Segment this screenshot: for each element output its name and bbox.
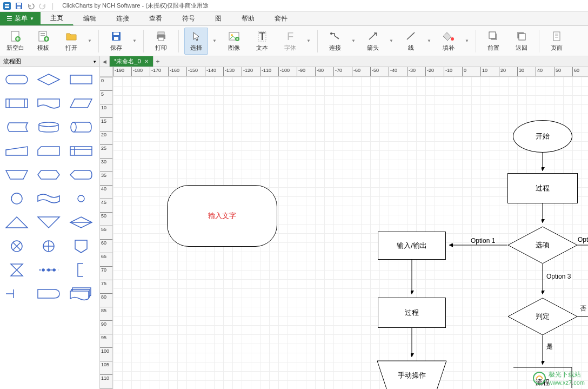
save-quick-button[interactable] xyxy=(14,1,24,11)
shape-display[interactable] xyxy=(68,166,95,184)
svg-point-64 xyxy=(533,372,545,384)
image-button[interactable]: 图像 xyxy=(222,28,246,55)
line-button[interactable]: 线 xyxy=(399,28,423,55)
print-button[interactable]: 打印 xyxy=(149,28,173,55)
tab-diagram[interactable]: 图 xyxy=(205,12,232,25)
shape-preparation[interactable] xyxy=(35,166,62,184)
shape-card[interactable] xyxy=(35,142,62,160)
shape-database[interactable] xyxy=(35,118,62,136)
template-icon xyxy=(37,30,50,43)
node-manual[interactable]: 手动操作 xyxy=(377,360,447,389)
separator xyxy=(539,30,539,52)
connect-button[interactable]: 连接 xyxy=(323,28,347,55)
fill-dropdown[interactable]: ▼ xyxy=(465,38,470,43)
node-option[interactable]: 选项 xyxy=(507,226,578,264)
tab-suite[interactable]: 套件 xyxy=(265,12,298,25)
node-decision[interactable]: 判定 xyxy=(507,298,578,335)
front-button[interactable]: 前置 xyxy=(482,28,505,55)
shape-manualinput[interactable] xyxy=(3,142,30,160)
connect-dropdown[interactable]: ▼ xyxy=(351,38,357,43)
shape-bracket[interactable] xyxy=(68,261,95,279)
shape-internalstorage[interactable] xyxy=(68,142,95,160)
canvas-viewport[interactable]: 输入文字 开始 过程 选项 Option 1 Opt xyxy=(113,77,588,389)
node-io-text: 输入/输出 xyxy=(397,241,427,250)
font-dropdown[interactable]: ▼ xyxy=(306,38,312,43)
shape-connector[interactable] xyxy=(3,189,30,208)
fill-label: 填补 xyxy=(443,44,455,52)
node-start[interactable]: 开始 xyxy=(513,120,572,153)
shape-decision[interactable] xyxy=(35,70,62,89)
tab-view[interactable]: 查看 xyxy=(139,12,172,25)
document-tab[interactable]: *未命名_0 ✕ xyxy=(110,56,153,67)
save-dropdown[interactable]: ▼ xyxy=(132,38,138,43)
template-button[interactable]: 模板 xyxy=(31,28,55,55)
page-button[interactable]: 页面 xyxy=(545,28,569,55)
select-dropdown[interactable]: ▼ xyxy=(212,38,218,43)
shape-storedata[interactable] xyxy=(3,118,30,136)
new-blank-button[interactable]: 新空白 xyxy=(3,28,27,55)
shape-sort[interactable] xyxy=(68,213,95,232)
line-dropdown[interactable]: ▼ xyxy=(427,38,432,43)
shape-process[interactable] xyxy=(68,70,95,89)
shape-sidebar: 流程图 ▾ xyxy=(0,56,100,389)
shape-or[interactable] xyxy=(3,237,30,255)
page-icon xyxy=(550,30,563,43)
tab-home[interactable]: 主页 xyxy=(41,12,74,25)
ribbon: 新空白 模板 打开 ▼ 保存 ▼ 打印 选择 ▼ 图像 T 文本 F 字体 ▼ … xyxy=(0,26,588,56)
titlebar: | ClickCharts by NCH Software - (未授权)仅限非… xyxy=(0,0,588,12)
shape-document[interactable] xyxy=(35,94,62,113)
save-button[interactable]: 保存 xyxy=(104,28,128,55)
main-menu-button[interactable]: ☰ 菜单 ▼ xyxy=(0,12,41,25)
print-label: 打印 xyxy=(155,44,167,52)
shape-collate[interactable] xyxy=(3,261,30,279)
back-button[interactable]: 返回 xyxy=(510,28,533,55)
shape-multidoc[interactable] xyxy=(68,285,95,303)
shape-sum[interactable] xyxy=(35,237,62,255)
sidebar-header[interactable]: 流程图 ▾ xyxy=(0,56,99,67)
close-icon[interactable]: ✕ xyxy=(144,58,149,64)
shape-tape[interactable] xyxy=(35,189,62,208)
shape-delay[interactable] xyxy=(35,285,62,303)
new-blank-label: 新空白 xyxy=(6,44,24,52)
ruler-vertical: 0510152025303540455055606570758085909510… xyxy=(100,77,113,389)
tab-add-button[interactable]: + xyxy=(153,56,163,67)
tab-connect[interactable]: 连接 xyxy=(106,12,139,25)
shape-subprocess[interactable] xyxy=(3,94,30,113)
shape-data[interactable] xyxy=(68,94,95,113)
text-button[interactable]: T 文本 xyxy=(250,28,274,55)
edge-process-option xyxy=(542,203,547,226)
edge-option-right xyxy=(577,243,588,249)
shape-terminator[interactable] xyxy=(3,70,30,89)
open-button[interactable]: 打开 xyxy=(59,28,83,55)
shape-extract[interactable] xyxy=(3,213,30,232)
shape-offpage[interactable] xyxy=(68,237,95,255)
shape-annotation[interactable] xyxy=(3,285,30,303)
text-label: 文本 xyxy=(256,44,268,52)
shape-merge[interactable] xyxy=(35,213,62,232)
tab-prev-button[interactable]: ◀ xyxy=(100,56,110,67)
arrow-dropdown[interactable]: ▼ xyxy=(389,38,395,43)
tab-edit[interactable]: 编辑 xyxy=(74,12,106,25)
app-title: ClickCharts by NCH Software - (未授权)仅限非商业… xyxy=(62,2,209,10)
arrow-button[interactable]: 箭头 xyxy=(361,28,385,55)
shape-directdata[interactable] xyxy=(68,118,95,136)
separator xyxy=(143,30,144,52)
shape-manualop[interactable] xyxy=(3,166,30,184)
save-icon xyxy=(110,30,123,43)
edge-start-process xyxy=(542,153,547,174)
shape-loop[interactable] xyxy=(35,261,62,279)
node-io[interactable]: 输入/输出 xyxy=(378,232,446,260)
node-process1[interactable]: 过程 xyxy=(507,173,578,203)
undo-button[interactable] xyxy=(26,1,36,11)
tab-symbol[interactable]: 符号 xyxy=(172,12,205,25)
fill-button[interactable]: 填补 xyxy=(437,28,460,55)
shape-connector-small[interactable] xyxy=(68,189,95,208)
tab-help[interactable]: 帮助 xyxy=(232,12,265,25)
select-label: 选择 xyxy=(190,44,202,52)
select-button[interactable]: 选择 xyxy=(184,28,208,55)
node-process2[interactable]: 过程 xyxy=(378,298,446,328)
redo-button[interactable] xyxy=(38,1,48,11)
font-button[interactable]: F 字体 xyxy=(278,28,302,55)
open-dropdown[interactable]: ▼ xyxy=(88,38,93,43)
editing-shape[interactable]: 输入文字 xyxy=(167,185,277,247)
